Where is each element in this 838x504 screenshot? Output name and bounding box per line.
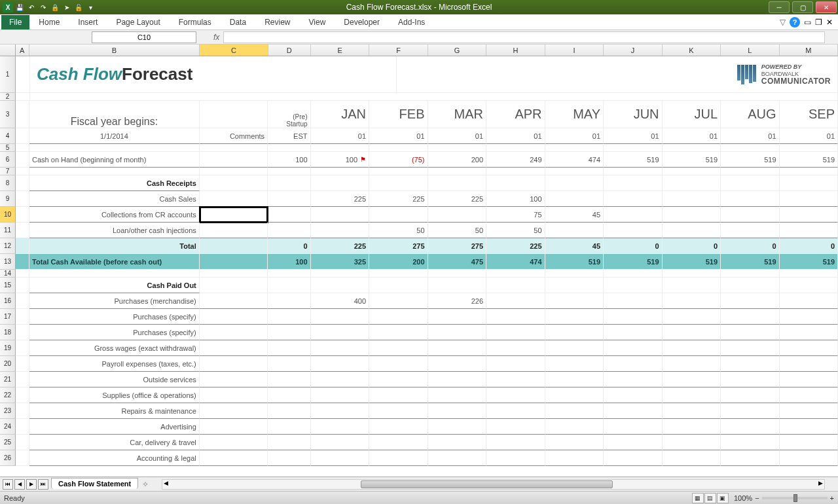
- cell[interactable]: [721, 325, 780, 340]
- cell[interactable]: [663, 309, 721, 325]
- cell[interactable]: [200, 270, 268, 278]
- cell[interactable]: [721, 387, 780, 403]
- cell[interactable]: [428, 419, 487, 435]
- cell[interactable]: [200, 387, 268, 403]
- cell[interactable]: [545, 340, 604, 356]
- cell[interactable]: [268, 325, 310, 340]
- cell[interactable]: [268, 356, 310, 372]
- cell[interactable]: [780, 403, 838, 419]
- cell[interactable]: [721, 191, 780, 207]
- cell[interactable]: 475: [428, 254, 487, 270]
- cell[interactable]: 519: [663, 254, 721, 270]
- cell[interactable]: 474: [545, 152, 604, 168]
- cell[interactable]: [663, 168, 721, 175]
- cell[interactable]: [16, 450, 29, 466]
- cell[interactable]: Gross wages (exact withdrawal): [29, 340, 200, 356]
- cell[interactable]: 01: [311, 128, 370, 144]
- cell[interactable]: Collections from CR accounts: [29, 207, 200, 223]
- cell[interactable]: (Pre) Startup: [268, 101, 310, 128]
- col-header[interactable]: M: [780, 45, 838, 56]
- cell[interactable]: [369, 309, 428, 325]
- zoom-slider[interactable]: [762, 497, 828, 499]
- cell[interactable]: 1/1/2014: [29, 128, 200, 144]
- cell[interactable]: [604, 223, 663, 238]
- row-header[interactable]: 1: [0, 56, 16, 93]
- cell[interactable]: [780, 340, 838, 356]
- cell[interactable]: Purchases (merchandise): [29, 293, 200, 309]
- cell[interactable]: [604, 419, 663, 435]
- cell[interactable]: [268, 168, 310, 175]
- cell[interactable]: [200, 293, 268, 309]
- cell[interactable]: [268, 191, 310, 207]
- cell[interactable]: [16, 387, 29, 403]
- cell[interactable]: [428, 278, 487, 293]
- cell[interactable]: [780, 435, 838, 450]
- cell[interactable]: Loan/other cash injections: [29, 223, 200, 238]
- cell[interactable]: [16, 325, 29, 340]
- cell[interactable]: [200, 325, 268, 340]
- cell[interactable]: [311, 356, 370, 372]
- cell[interactable]: 519: [604, 152, 663, 168]
- cell[interactable]: [545, 175, 604, 191]
- cell[interactable]: 0: [604, 238, 663, 254]
- cell[interactable]: [780, 293, 838, 309]
- cell[interactable]: Purchases (specify): [29, 325, 200, 340]
- view-normal-icon[interactable]: ▦: [692, 493, 704, 503]
- col-header[interactable]: I: [545, 45, 604, 56]
- scroll-thumb[interactable]: [361, 480, 612, 488]
- cell[interactable]: [663, 207, 721, 223]
- cell[interactable]: [200, 340, 268, 356]
- cell[interactable]: [663, 356, 721, 372]
- cell[interactable]: [29, 144, 200, 152]
- cell[interactable]: MAR: [428, 101, 487, 128]
- cell[interactable]: [604, 325, 663, 340]
- cell[interactable]: [369, 144, 428, 152]
- cell[interactable]: [663, 278, 721, 293]
- cell[interactable]: [486, 175, 545, 191]
- tab-developer[interactable]: Developer: [335, 15, 389, 29]
- cell[interactable]: JUL: [663, 101, 721, 128]
- cell[interactable]: [604, 293, 663, 309]
- cell[interactable]: [268, 270, 310, 278]
- sheet-tab[interactable]: Cash Flow Statement: [51, 478, 138, 489]
- cell[interactable]: [780, 309, 838, 325]
- cell[interactable]: [369, 325, 428, 340]
- cell[interactable]: [268, 450, 310, 466]
- cell[interactable]: [721, 419, 780, 435]
- cell[interactable]: JAN: [311, 101, 370, 128]
- cell[interactable]: [428, 387, 487, 403]
- cell[interactable]: [721, 175, 780, 191]
- cursor-icon[interactable]: ➤: [62, 2, 72, 12]
- row-header[interactable]: 7: [0, 168, 16, 175]
- cell[interactable]: [311, 435, 370, 450]
- cell[interactable]: [200, 403, 268, 419]
- col-header[interactable]: B: [29, 45, 200, 56]
- row-header[interactable]: 5: [0, 144, 16, 152]
- cell[interactable]: [545, 387, 604, 403]
- cell[interactable]: [369, 270, 428, 278]
- cell[interactable]: Cash on Hand (beginning of month): [29, 152, 200, 168]
- cell[interactable]: [545, 168, 604, 175]
- cell[interactable]: APR: [486, 101, 545, 128]
- cell[interactable]: 50: [428, 223, 487, 238]
- cell[interactable]: [780, 387, 838, 403]
- cell[interactable]: 01: [604, 128, 663, 144]
- cell[interactable]: [486, 356, 545, 372]
- file-tab[interactable]: File: [1, 15, 29, 29]
- cell[interactable]: 0: [721, 238, 780, 254]
- cell[interactable]: Total Cash Available (before cash out): [29, 254, 200, 270]
- cell[interactable]: [545, 270, 604, 278]
- cell[interactable]: [16, 101, 29, 128]
- cell[interactable]: [663, 191, 721, 207]
- cell[interactable]: [369, 278, 428, 293]
- cell[interactable]: FEB: [369, 101, 428, 128]
- cell[interactable]: 45: [545, 207, 604, 223]
- cell[interactable]: [486, 309, 545, 325]
- cell[interactable]: 519: [545, 254, 604, 270]
- cell[interactable]: [428, 403, 487, 419]
- cell[interactable]: Cash Flow Forecast: [30, 56, 397, 93]
- col-header[interactable]: L: [721, 45, 779, 56]
- cell[interactable]: MAY: [545, 101, 604, 128]
- cell[interactable]: [311, 175, 370, 191]
- cell[interactable]: Purchases (specify): [29, 309, 200, 325]
